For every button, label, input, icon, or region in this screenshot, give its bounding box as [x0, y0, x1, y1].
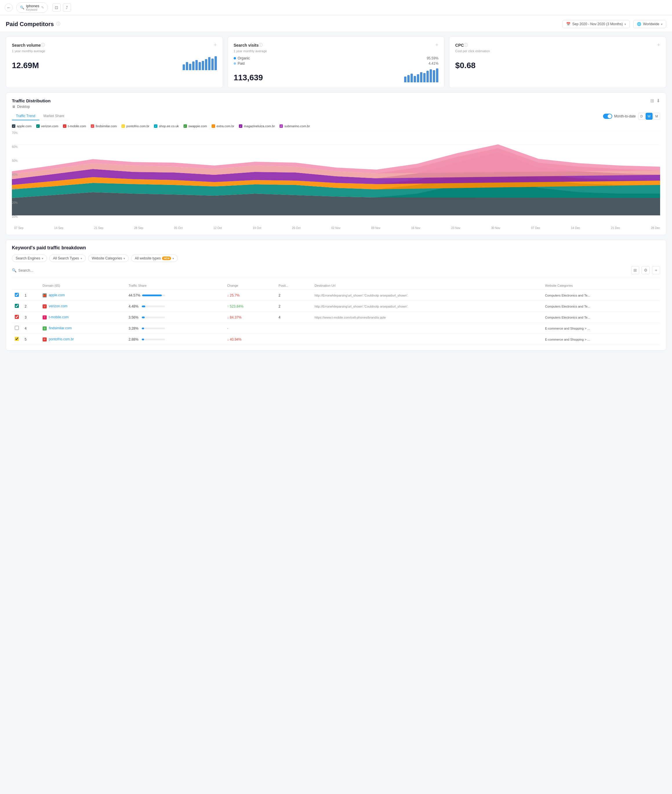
legend-submarino: submarino.com.br [285, 124, 310, 128]
table-settings-btn[interactable]: ⚙ [642, 266, 650, 274]
table-row: 1 🍎 apple.com 44.57% ↓ 25.7% 2 http://Er… [12, 290, 660, 301]
metric-add-btn-2[interactable]: + [657, 42, 661, 48]
col-num [22, 282, 40, 290]
col-traffic-share: Traffic Share [126, 282, 224, 290]
row-cat-3: Computers Electronics and Te... [542, 312, 660, 323]
export-button[interactable]: ⤴ [63, 3, 71, 11]
back-icon: ← [7, 5, 11, 10]
copy-button[interactable]: ⊡ [53, 3, 61, 11]
row-num-4: 4 [22, 323, 40, 334]
copy-icon: ⊡ [55, 5, 58, 10]
row-checkbox-5[interactable] [15, 337, 19, 341]
domain-link-4[interactable]: findsimilar.com [49, 326, 72, 330]
row-url-5 [312, 334, 542, 345]
metric-add-btn-0[interactable]: + [214, 42, 217, 48]
breakdown-section: Keyword's paid traffic breakdown Search … [6, 240, 666, 351]
row-num-2: 2 [22, 301, 40, 312]
mini-bar-chart-0 [182, 56, 217, 70]
row-checkbox-1[interactable] [15, 293, 19, 297]
metric-info-icon-0[interactable]: ⓘ [41, 43, 45, 48]
toggle-label: Month-to-date [614, 114, 636, 118]
metric-info-icon-1[interactable]: ⓘ [259, 43, 262, 48]
desktop-icon: 🖥 [12, 105, 15, 109]
row-position-2: 2 [276, 301, 312, 312]
metric-subtitle-2: Cost per click estimation [455, 49, 660, 53]
metric-info-icon-2[interactable]: ⓘ [464, 43, 468, 48]
website-categories-label: Website Categories [92, 256, 122, 260]
metric-title-0: Search volume [12, 43, 41, 48]
row-domain-4: S findsimilar.com [40, 323, 126, 334]
page-title: Paid Competitors [6, 21, 54, 27]
metrics-row: Search volume ⓘ + 1 year monthly average… [0, 32, 672, 93]
tab-market-share[interactable]: Market Share [39, 112, 69, 120]
row-checkbox-4[interactable] [15, 326, 19, 330]
col-change: Change [224, 282, 276, 290]
globe-icon: 🌐 [637, 22, 641, 26]
row-checkbox-2[interactable] [15, 304, 19, 308]
export-icon: ⤴ [66, 5, 68, 10]
col-check [12, 282, 22, 290]
row-change-2: ↑ 523.84% [224, 301, 276, 312]
row-domain-5: P pontofrio.com.br [40, 334, 126, 345]
col-position: Posit... [276, 282, 312, 290]
geo-filter-arrow: ▾ [661, 22, 662, 26]
metric-legends-1: Organic 95.59% Paid 4.41% [234, 56, 438, 66]
period-btn-d[interactable]: D [638, 113, 645, 120]
search-row: 🔍 ⊞ ⚙ + [12, 266, 660, 278]
col-domain: Domain (65) [40, 282, 126, 290]
search-icon: 🔍 [20, 5, 24, 10]
mini-bar-chart-1 [404, 69, 438, 82]
keyword-text: iphones [26, 4, 39, 8]
row-cat-1: Computers Electronics and Te... [542, 290, 660, 301]
website-categories-filter[interactable]: Website Categories ▾ [88, 255, 129, 262]
search-engines-filter[interactable]: Search Engines ▾ [12, 255, 47, 262]
geo-filter-button[interactable]: 🌐 Worldwide ▾ [633, 20, 666, 28]
legend-shopee: shop.ee.co.uk [159, 124, 179, 128]
row-checkbox-3[interactable] [15, 315, 19, 319]
breakdown-filters: Search Engines ▾ All Search Types ▾ Webs… [12, 255, 660, 262]
legend-pontofrio: pontofrio.com.br [126, 124, 149, 128]
all-website-types-filter[interactable]: All website types NEW ▾ [131, 255, 178, 262]
row-position-5 [276, 334, 312, 345]
period-btn-m[interactable]: M [653, 113, 660, 120]
breakdown-table: Domain (65) Traffic Share Change Posit..… [12, 282, 660, 345]
metric-value-1: 113,639 [234, 73, 263, 82]
keyword-pill[interactable]: 🔍 iphones Keyword ✎ [16, 2, 48, 13]
excel-export-icon[interactable]: ⊞ [650, 98, 654, 104]
month-to-date-toggle[interactable] [603, 114, 612, 119]
search-engines-label: Search Engines [16, 256, 40, 260]
cpc-card: CPC ⓘ + Cost per click estimation $0.68 [449, 37, 666, 88]
table-excel-btn[interactable]: ⊞ [631, 266, 639, 274]
domain-link-3[interactable]: t-mobile.com [49, 315, 69, 319]
period-btn-w[interactable]: W [646, 113, 653, 120]
legend-magazineluiza: magazineluiza.com.br [244, 124, 275, 128]
back-button[interactable]: ← [5, 3, 13, 11]
date-filter-button[interactable]: 📅 Sep 2020 - Nov 2020 (3 Months) ▾ [562, 20, 630, 28]
legend-paid-pct: 4.41% [429, 61, 438, 66]
row-url-1: http://Errorwhileparsing'url_shown':'Cou… [312, 290, 542, 301]
table-add-btn[interactable]: + [652, 266, 660, 274]
chart-subtitle-text: Desktop [17, 105, 30, 109]
excel-icon: ⊞ [634, 268, 637, 272]
domain-link-2[interactable]: verizon.com [49, 304, 67, 308]
legend-tmobile: t-mobile.com [68, 124, 86, 128]
edit-icon[interactable]: ✎ [41, 5, 44, 10]
all-website-types-arrow: ▾ [173, 257, 174, 260]
table-search-input[interactable] [18, 268, 631, 272]
domain-link-1[interactable]: apple.com [49, 293, 65, 297]
page-info-icon[interactable]: ⓘ [56, 21, 60, 27]
tab-traffic-trend[interactable]: Traffic Trend [12, 112, 39, 120]
metric-title-2: CPC [455, 43, 464, 48]
download-icon[interactable]: ⬇ [656, 98, 660, 104]
row-url-2: http://Errorwhileparsing'url_shown':'Cou… [312, 301, 542, 312]
metric-subtitle-0: 1 year monthly average [12, 49, 217, 53]
row-change-3: ↓ 84.37% [224, 312, 276, 323]
legend-organic-pct: 95.59% [427, 56, 438, 60]
domain-link-5[interactable]: pontofrio.com.br [49, 337, 74, 341]
row-position-3: 4 [276, 312, 312, 323]
row-cat-5: E-commerce and Shopping > ... [542, 334, 660, 345]
all-search-types-filter[interactable]: All Search Types ▾ [49, 255, 86, 262]
metric-title-1: Search visits [234, 43, 259, 48]
row-traffic-2: 4.48% [126, 301, 224, 312]
metric-add-btn-1[interactable]: + [435, 42, 438, 48]
